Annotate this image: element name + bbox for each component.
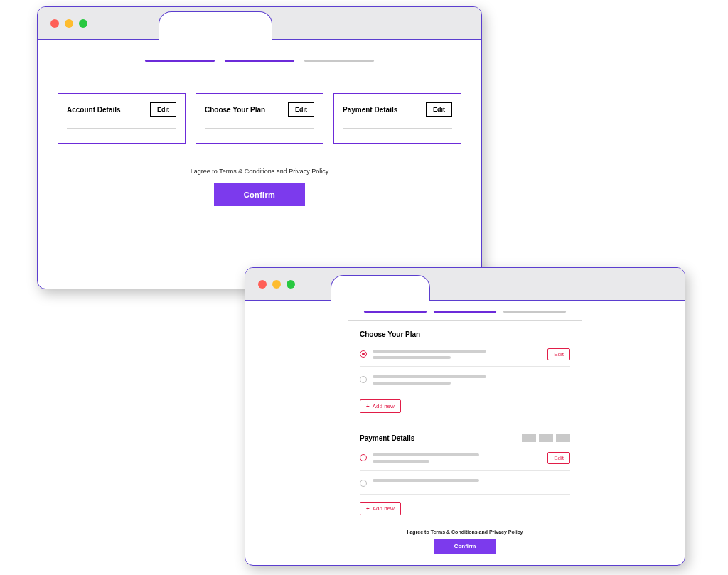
card-title: Account Details — [67, 106, 121, 114]
placeholder-lines — [373, 479, 570, 482]
card-brand-icon — [522, 434, 536, 442]
section-title-text: Choose Your Plan — [360, 331, 420, 338]
terms-text[interactable]: I agree to Terms & Conditions and Privac… — [360, 530, 570, 534]
card-title: Payment Details — [343, 106, 397, 114]
progress-step-3 — [503, 311, 566, 313]
card-payment-details: Payment Details Edit — [333, 93, 461, 144]
add-plan-button[interactable]: Add new — [360, 399, 401, 413]
card-title: Choose Your Plan — [205, 106, 265, 114]
radio-selected-icon[interactable] — [360, 350, 367, 358]
placeholder-lines — [373, 375, 570, 385]
progress-bar — [145, 60, 374, 62]
titlebar — [38, 7, 481, 40]
minimize-icon[interactable] — [65, 19, 73, 28]
traffic-lights — [258, 280, 295, 289]
edit-button[interactable]: Edit — [150, 102, 176, 117]
edit-button[interactable]: Edit — [547, 452, 570, 464]
divider — [67, 128, 176, 129]
maximize-icon[interactable] — [79, 19, 87, 28]
confirm-button[interactable]: Confirm — [434, 539, 496, 554]
plan-option-1[interactable]: Edit — [360, 345, 570, 367]
titlebar — [245, 268, 685, 301]
browser-window-2: Choose Your Plan Edit Add new — [245, 267, 685, 566]
plan-option-2[interactable] — [360, 371, 570, 392]
section-title-text: Payment Details — [360, 434, 414, 442]
add-label: Add new — [373, 403, 395, 409]
window-2-content: Choose Your Plan Edit Add new — [245, 301, 685, 566]
terms-text[interactable]: I agree to Terms & Conditions and Privac… — [191, 168, 328, 175]
progress-step-2 — [225, 60, 294, 62]
progress-step-3 — [304, 60, 374, 62]
window-1-content: Account Details Edit Choose Your Plan Ed… — [38, 40, 481, 223]
summary-cards: Account Details Edit Choose Your Plan Ed… — [55, 93, 464, 144]
section-title-payment: Payment Details — [360, 434, 570, 442]
edit-button[interactable]: Edit — [288, 102, 314, 117]
payment-option-2[interactable] — [360, 475, 570, 495]
radio-icon[interactable] — [360, 480, 367, 487]
close-icon[interactable] — [50, 19, 59, 28]
progress-step-2 — [434, 311, 496, 313]
progress-step-1 — [145, 60, 215, 62]
card-brand-icon — [539, 434, 553, 442]
browser-tab[interactable] — [331, 275, 430, 301]
placeholder-lines — [373, 350, 570, 359]
browser-tab[interactable] — [159, 11, 272, 40]
payment-option-1[interactable]: Edit — [360, 449, 570, 471]
card-choose-plan: Choose Your Plan Edit — [196, 93, 323, 144]
edit-button[interactable]: Edit — [426, 102, 452, 117]
close-icon[interactable] — [258, 280, 267, 289]
radio-icon[interactable] — [360, 376, 367, 383]
card-account-details: Account Details Edit — [58, 93, 186, 144]
confirm-button[interactable]: Confirm — [214, 183, 305, 206]
edit-button[interactable]: Edit — [547, 348, 570, 360]
card-brand-icons — [522, 434, 570, 442]
divider — [205, 128, 314, 129]
checkout-panel: Choose Your Plan Edit Add new — [348, 320, 582, 561]
radio-icon[interactable] — [360, 454, 367, 461]
browser-window-1: Account Details Edit Choose Your Plan Ed… — [37, 6, 482, 289]
divider — [348, 426, 582, 426]
placeholder-lines — [373, 453, 570, 463]
traffic-lights — [50, 19, 87, 28]
divider — [343, 128, 452, 129]
add-payment-button[interactable]: Add new — [360, 502, 401, 515]
section-title-plan: Choose Your Plan — [360, 331, 570, 338]
card-brand-icon — [556, 434, 570, 442]
add-label: Add new — [373, 505, 395, 512]
progress-step-1 — [364, 311, 427, 313]
minimize-icon[interactable] — [272, 280, 281, 289]
maximize-icon[interactable] — [287, 280, 295, 289]
progress-bar — [364, 311, 566, 313]
